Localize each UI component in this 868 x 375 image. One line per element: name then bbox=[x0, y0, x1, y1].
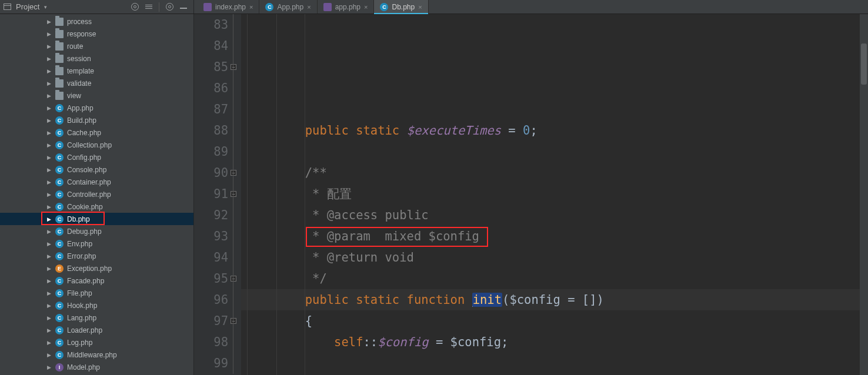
fold-toggle-icon[interactable] bbox=[231, 318, 236, 324]
tree-item[interactable]: ▶Exception.php bbox=[0, 262, 193, 274]
tree-item[interactable]: ▶Console.php bbox=[0, 163, 193, 176]
expand-arrow-icon[interactable]: ▶ bbox=[46, 266, 52, 272]
fold-toggle-icon[interactable] bbox=[231, 64, 236, 70]
tree-item[interactable]: ▶Hook.php bbox=[0, 299, 193, 312]
tree-item[interactable]: ▶Lang.php bbox=[0, 312, 193, 324]
tree-item[interactable]: ▶Env.php bbox=[0, 237, 193, 250]
expand-arrow-icon[interactable]: ▶ bbox=[46, 43, 52, 49]
code-line[interactable]: * @param mixed $config bbox=[241, 226, 860, 247]
editor-tab[interactable]: index.php× bbox=[198, 0, 259, 14]
expand-arrow-icon[interactable]: ▶ bbox=[46, 229, 52, 235]
vertical-scrollbar[interactable] bbox=[860, 14, 868, 375]
code-line[interactable]: self::$config = $config; bbox=[241, 332, 860, 353]
close-icon[interactable]: × bbox=[249, 4, 253, 11]
code-line[interactable]: { bbox=[241, 310, 860, 332]
expand-arrow-icon[interactable]: ▶ bbox=[46, 105, 52, 111]
tree-item[interactable]: ▶Collection.php bbox=[0, 139, 193, 151]
class-icon bbox=[55, 215, 64, 223]
expand-arrow-icon[interactable]: ▶ bbox=[46, 340, 52, 346]
expand-arrow-icon[interactable]: ▶ bbox=[46, 179, 52, 185]
expand-arrow-icon[interactable]: ▶ bbox=[46, 290, 52, 296]
tree-item[interactable]: ▶App.php bbox=[0, 102, 193, 114]
tree-item[interactable]: ▶Log.php bbox=[0, 336, 193, 349]
expand-arrow-icon[interactable]: ▶ bbox=[46, 19, 52, 25]
editor-tab[interactable]: app.php× bbox=[318, 0, 375, 14]
expand-arrow-icon[interactable]: ▶ bbox=[46, 118, 52, 123]
folder-icon bbox=[55, 79, 64, 88]
tree-item[interactable]: ▶Controller.php bbox=[0, 188, 193, 200]
expand-arrow-icon[interactable]: ▶ bbox=[46, 93, 52, 99]
fold-toggle-icon[interactable] bbox=[231, 276, 236, 282]
project-toolbar-left[interactable]: Project ▾ bbox=[4, 1, 47, 12]
expand-arrow-icon[interactable]: ▶ bbox=[46, 31, 52, 37]
fold-toggle-icon[interactable] bbox=[231, 191, 236, 197]
expand-arrow-icon[interactable]: ▶ bbox=[46, 142, 52, 148]
tree-item[interactable]: ▶File.php bbox=[0, 287, 193, 299]
tree-item[interactable]: ▶Facade.php bbox=[0, 274, 193, 287]
tree-item[interactable]: ▶route bbox=[0, 40, 193, 52]
code-line[interactable]: /** bbox=[241, 162, 860, 183]
tree-item[interactable]: ▶response bbox=[0, 28, 193, 40]
expand-arrow-icon[interactable]: ▶ bbox=[46, 327, 52, 333]
expand-arrow-icon[interactable]: ▶ bbox=[46, 216, 52, 222]
expand-arrow-icon[interactable]: ▶ bbox=[46, 81, 52, 86]
hide-panel-icon[interactable] bbox=[179, 3, 188, 11]
tree-item[interactable]: ▶session bbox=[0, 52, 193, 65]
class-icon bbox=[55, 227, 64, 236]
expand-arrow-icon[interactable]: ▶ bbox=[46, 130, 52, 136]
gear-icon[interactable] bbox=[165, 3, 173, 11]
fold-column[interactable] bbox=[231, 14, 238, 375]
expand-arrow-icon[interactable]: ▶ bbox=[46, 352, 52, 358]
expand-arrow-icon[interactable]: ▶ bbox=[46, 241, 52, 247]
editor-tab[interactable]: Db.php× bbox=[374, 0, 428, 14]
expand-arrow-icon[interactable]: ▶ bbox=[46, 167, 52, 173]
code-line[interactable]: * @return void bbox=[241, 247, 860, 268]
tree-item[interactable]: ▶Middleware.php bbox=[0, 349, 193, 361]
expand-arrow-icon[interactable]: ▶ bbox=[46, 192, 52, 197]
tree-item[interactable]: ▶Loader.php bbox=[0, 324, 193, 336]
expand-arrow-icon[interactable]: ▶ bbox=[46, 253, 52, 259]
code-line[interactable]: public static function init($config = []… bbox=[241, 289, 860, 310]
tree-item[interactable]: ▶Cache.php bbox=[0, 126, 193, 139]
scrollbar-thumb[interactable] bbox=[861, 43, 867, 85]
expand-arrow-icon[interactable]: ▶ bbox=[46, 68, 52, 74]
expand-arrow-icon[interactable]: ▶ bbox=[46, 204, 52, 210]
code-line[interactable]: public static $executeTimes = 0; bbox=[241, 120, 860, 141]
class-icon bbox=[55, 203, 64, 211]
tree-item[interactable]: ▶template bbox=[0, 65, 193, 77]
tree-item[interactable]: ▶Cookie.php bbox=[0, 200, 193, 213]
code-line[interactable] bbox=[241, 141, 860, 162]
locate-icon[interactable] bbox=[131, 3, 139, 11]
tree-item[interactable]: ▶Model.php bbox=[0, 361, 193, 373]
tree-item[interactable]: ▶Config.php bbox=[0, 151, 193, 163]
expand-arrow-icon[interactable]: ▶ bbox=[46, 315, 52, 321]
close-icon[interactable]: × bbox=[364, 4, 368, 11]
tree-item-label: Config.php bbox=[67, 153, 101, 162]
tree-item[interactable]: ▶Build.php bbox=[0, 114, 193, 126]
expand-arrow-icon[interactable]: ▶ bbox=[46, 278, 52, 284]
collapse-all-icon[interactable] bbox=[145, 3, 153, 11]
editor-tab[interactable]: App.php× bbox=[259, 0, 317, 14]
expand-arrow-icon[interactable]: ▶ bbox=[46, 364, 52, 370]
expand-arrow-icon[interactable]: ▶ bbox=[46, 155, 52, 160]
code-line[interactable] bbox=[241, 353, 860, 374]
expand-arrow-icon[interactable]: ▶ bbox=[46, 56, 52, 62]
tree-item[interactable]: ▶Debug.php bbox=[0, 225, 193, 237]
close-icon[interactable]: × bbox=[418, 4, 422, 11]
tree-item[interactable]: ▶Db.php bbox=[0, 213, 193, 225]
tree-item[interactable]: ▶view bbox=[0, 89, 193, 102]
code-line[interactable]: * @access public bbox=[241, 205, 860, 226]
code-area[interactable]: public static $executeTimes = 0; /** * 配… bbox=[241, 14, 860, 375]
code-editor[interactable]: 8384858687888990919293949596979899 publi… bbox=[194, 14, 868, 375]
fold-toggle-icon[interactable] bbox=[231, 170, 236, 176]
project-tree[interactable]: ▶process▶response▶route▶session▶template… bbox=[0, 14, 193, 373]
line-number: 90 bbox=[194, 162, 228, 183]
close-icon[interactable]: × bbox=[307, 4, 311, 11]
tree-item[interactable]: ▶validate bbox=[0, 77, 193, 89]
tree-item[interactable]: ▶Container.php bbox=[0, 176, 193, 188]
code-line[interactable]: * 配置 bbox=[241, 183, 860, 205]
tree-item[interactable]: ▶Error.php bbox=[0, 250, 193, 262]
tree-item[interactable]: ▶process bbox=[0, 15, 193, 28]
expand-arrow-icon[interactable]: ▶ bbox=[46, 303, 52, 309]
code-line[interactable]: */ bbox=[241, 268, 860, 289]
